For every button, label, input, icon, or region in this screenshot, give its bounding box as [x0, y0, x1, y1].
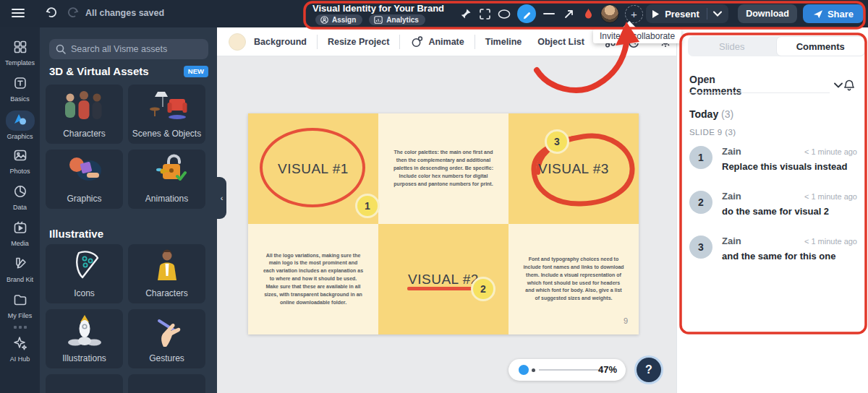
comment-marker-2[interactable]: 2 — [471, 277, 495, 301]
zoom-slider-track[interactable] — [539, 369, 601, 371]
comment-author: Zain — [722, 146, 741, 157]
undo-icon[interactable] — [45, 7, 58, 22]
zoom-slider-thumb[interactable] — [519, 365, 529, 375]
comment-author: Zain — [722, 236, 741, 246]
ai-hub-icon — [13, 336, 27, 353]
asset-card-label: Gestures — [128, 353, 205, 363]
comments-filter[interactable]: Open Comments — [689, 74, 767, 97]
notifications-bell-icon[interactable] — [843, 79, 856, 92]
basics-icon — [13, 76, 27, 93]
animations-thumbnail — [143, 154, 191, 187]
comment-item[interactable]: 2 Zain< 1 minute ago do the same for vis… — [689, 191, 857, 217]
comment-number-badge[interactable]: 2 — [689, 191, 712, 214]
ellipse-tool-icon[interactable] — [498, 7, 511, 20]
comment-number-badge[interactable]: 3 — [689, 236, 712, 259]
asset-search[interactable] — [49, 39, 208, 59]
panel-tabs: Slides Comments — [688, 36, 865, 56]
sidebar-item-brand-kit[interactable]: Brand Kit — [0, 251, 40, 288]
user-avatar[interactable] — [600, 4, 619, 23]
slide-panel-visual-2[interactable]: VISUAL #2 2 — [378, 224, 509, 334]
resize-project-button[interactable]: Resize Project — [328, 37, 389, 47]
color-drop-tool-icon[interactable] — [582, 7, 595, 20]
present-label: Present — [665, 9, 699, 20]
slide-panel-fonts-text[interactable]: Font and typography choices need to incl… — [509, 224, 639, 334]
share-button[interactable]: Share — [803, 4, 864, 23]
sidebar-label: Data — [13, 204, 27, 211]
pin-tool-icon[interactable] — [459, 7, 472, 20]
animate-icon[interactable] — [410, 35, 423, 48]
asset-card-gestures[interactable]: Gestures — [128, 309, 205, 368]
visual-3-title: VISUAL #3 — [509, 113, 639, 224]
section-title-3d: 3D & Virtual Assets — [49, 65, 149, 77]
comment-author: Zain — [722, 191, 741, 202]
slide-panel-visual-1[interactable]: VISUAL #1 1 — [248, 113, 378, 224]
canvas-area[interactable]: VISUAL #1 1 The color palettes: the main… — [217, 56, 676, 393]
tab-comments[interactable]: Comments — [776, 36, 866, 56]
comment-text: Replace this visuals instead — [722, 161, 857, 172]
asset-card-partial[interactable] — [46, 374, 123, 393]
asset-card-3d-characters[interactable]: Characters — [46, 85, 123, 144]
background-color-swatch[interactable] — [229, 33, 246, 51]
sidebar-label: Photos — [9, 168, 30, 175]
sidebar-item-my-files[interactable]: My Files — [0, 288, 40, 324]
arrow-tool-icon[interactable] — [562, 7, 575, 20]
asset-card-scenes-objects[interactable]: Scenes & Objects — [128, 85, 205, 144]
sidebar-item-data[interactable]: Data — [0, 179, 40, 215]
logos-copy: All the logo variations, making sure the… — [248, 224, 378, 334]
slide-panel-logos-text[interactable]: All the logo variations, making sure the… — [248, 224, 378, 334]
analytics-chart-icon — [374, 16, 383, 24]
panel-collapse-handle[interactable]: ‹ — [217, 177, 226, 219]
comment-number-badge[interactable]: 1 — [689, 146, 712, 169]
asset-card-illustrative-characters[interactable]: Characters — [128, 244, 205, 303]
asset-card-illustrations[interactable]: Illustrations — [46, 309, 123, 368]
hamburger-menu-icon[interactable] — [12, 9, 25, 20]
section-title-illustrative: Illustrative — [49, 228, 103, 240]
line-tool-icon[interactable] — [542, 7, 556, 20]
assign-button[interactable]: Assign — [315, 14, 362, 25]
project-title[interactable]: Visual Identity for Your Brand — [312, 3, 444, 14]
timeline-button[interactable]: Timeline — [485, 37, 522, 47]
comment-marker-3[interactable]: 3 — [545, 129, 569, 154]
present-chevron-down-icon[interactable] — [713, 11, 722, 17]
sidebar-item-media[interactable]: Media — [0, 215, 40, 251]
slide-panel-palettes-text[interactable]: The color palettes: the main one first a… — [378, 113, 509, 224]
photos-icon — [13, 148, 27, 165]
comment-item[interactable]: 3 Zain< 1 minute ago and the same for th… — [689, 236, 857, 262]
slide-panel-visual-3[interactable]: VISUAL #3 3 — [509, 113, 639, 224]
analytics-button[interactable]: Analytics — [369, 14, 425, 25]
zoom-percentage[interactable]: 47% — [598, 364, 617, 375]
comments-group-slide: SLIDE 9 (3) — [689, 128, 736, 137]
today-count: (3) — [721, 108, 733, 120]
sidebar-item-templates[interactable]: Templates — [0, 35, 40, 71]
comment-item[interactable]: 1 Zain< 1 minute ago Replace this visual… — [689, 146, 857, 172]
slide-9[interactable]: VISUAL #1 1 The color palettes: the main… — [248, 113, 639, 334]
slide-page-number: 9 — [624, 316, 628, 325]
filter-chevron-down-icon[interactable] — [834, 82, 843, 88]
comment-marker-1[interactable]: 1 — [355, 194, 380, 218]
share-label: Share — [827, 9, 854, 20]
sidebar-item-ai-hub[interactable]: AI Hub — [0, 331, 40, 367]
asset-card-partial[interactable] — [128, 374, 205, 393]
asset-card-3d-graphics[interactable]: Graphics — [46, 150, 123, 209]
asset-card-label: Graphics — [46, 194, 123, 204]
asset-card-animations[interactable]: Animations — [128, 150, 205, 209]
sidebar-item-basics[interactable]: Basics — [0, 71, 40, 107]
tab-slides[interactable]: Slides — [688, 36, 776, 56]
search-input[interactable] — [71, 44, 194, 54]
sidebar-item-photos[interactable]: Photos — [0, 143, 40, 179]
icons-thumbnail — [63, 249, 106, 282]
present-button[interactable]: Present — [646, 4, 728, 23]
asset-card-icons[interactable]: Icons — [46, 244, 123, 303]
help-button[interactable]: ? — [637, 358, 661, 382]
redo-icon[interactable] — [67, 7, 80, 22]
object-list-button[interactable]: Object List — [537, 37, 584, 47]
sidebar-item-graphics[interactable]: Graphics — [0, 107, 40, 143]
comments-panel: Slides Comments Open Comments Today (3) … — [676, 27, 868, 393]
sidebar-label: Templates — [5, 59, 35, 66]
comment-time: < 1 minute ago — [804, 237, 857, 246]
animate-button[interactable]: Animate — [428, 37, 464, 47]
selection-frame-tool-icon[interactable] — [478, 7, 491, 20]
pen-tool-icon[interactable] — [517, 4, 536, 23]
background-button[interactable]: Background — [254, 37, 307, 47]
download-button[interactable]: Download — [738, 4, 797, 23]
